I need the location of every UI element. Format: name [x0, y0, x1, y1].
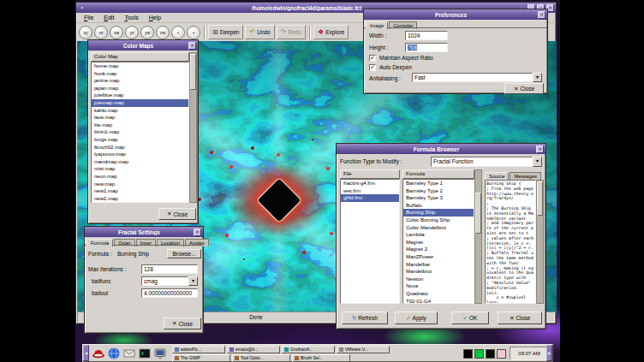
rotate-zw-button[interactable]: zw [156, 26, 170, 39]
formula-item[interactable]: T02-01-G4 [403, 298, 474, 305]
function-type-dropdown[interactable]: Fractal Function ▾ [431, 157, 542, 167]
workspace-swatch[interactable] [497, 349, 506, 359]
formula-item-selected[interactable]: Burning Ship [403, 209, 474, 217]
chevron-down-icon[interactable]: ▾ [533, 73, 542, 82]
settings-titlebar[interactable]: Fractal Settings ✕ [85, 227, 203, 237]
taskbar-task-gimp[interactable]: The GIMP [172, 354, 230, 362]
colormap-item[interactable]: lyapunov.map [92, 151, 188, 158]
maintain-aspect-checkbox[interactable]: ✓ [369, 55, 376, 62]
rotate-xw-button[interactable]: xw [110, 26, 123, 39]
formula-item[interactable]: ManZPower [403, 253, 474, 261]
taskbar-task-emacs[interactable]: emacs@li... [227, 346, 280, 353]
workspace-swatch[interactable] [486, 349, 495, 359]
scrollbar-thumb[interactable] [475, 193, 481, 234]
deepen-button[interactable]: ⊞ Deepen [208, 25, 243, 39]
colormap-item[interactable]: kahki.map [92, 107, 188, 115]
file-item[interactable]: fractint-g4.frm [341, 180, 399, 187]
formula-item[interactable]: Barnsley Type 3 [403, 194, 474, 202]
colormaps-titlebar[interactable]: Color Maps ✕ [88, 40, 198, 50]
colormap-item[interactable]: janine.map [92, 77, 188, 85]
preferences-titlebar[interactable]: Preferences ✕ [364, 9, 547, 20]
rotate-yw-button[interactable]: yw [140, 26, 154, 39]
browser-titlebar[interactable]: Formula Browser ✕ [337, 144, 546, 154]
chevron-down-icon[interactable]: ▾ [533, 157, 542, 167]
colormap-scrollbar[interactable] [189, 52, 197, 203]
colormap-item[interactable]: new.map [92, 181, 188, 188]
formula-item[interactable]: Barnsley Type 1 [403, 180, 474, 187]
redo-button[interactable]: ↷ Redo [277, 25, 306, 39]
formula-item[interactable]: Barnsley Type 2 [403, 187, 474, 195]
tab-messages[interactable]: Messages [510, 172, 540, 180]
colormap-item[interactable]: home.map [92, 62, 188, 70]
colormap-item[interactable]: lite.map [92, 122, 188, 129]
ok-button[interactable]: ✓ OK [451, 312, 489, 324]
formula-item[interactable]: Cubic Mandelbrot [403, 224, 474, 232]
browser-close-button[interactable]: ✕ Close [498, 312, 542, 324]
antialias-dropdown[interactable]: Fast ▾ [412, 73, 542, 82]
colormap-item[interactable]: litnin1.map [92, 128, 188, 136]
scrollbar-thumb[interactable] [537, 181, 543, 216]
menu-file[interactable]: File [79, 15, 98, 21]
apply-button[interactable]: ✓ Apply [395, 312, 438, 324]
pan-xy-button[interactable]: + [171, 26, 185, 39]
taskbar-task-edwinpic[interactable]: edwinPic... [172, 346, 225, 353]
formula-item[interactable]: Mandelbrot [403, 268, 474, 276]
colormap-item[interactable]: longs.map [92, 136, 188, 144]
mail-icon[interactable] [122, 347, 136, 360]
formula-item[interactable]: Nova [403, 282, 474, 290]
menu-help[interactable]: Help [144, 15, 166, 21]
workspace-swatch[interactable] [474, 349, 484, 359]
formula-item[interactable]: Buffalo [403, 202, 474, 210]
undo-button[interactable]: ↶ Undo [245, 25, 274, 39]
menu-edit[interactable]: Edit [98, 15, 119, 21]
rotate-xz-button[interactable]: xz [94, 26, 108, 39]
rotate-xy-button[interactable]: xy [79, 26, 92, 39]
explore-button[interactable]: ❖ Explore [313, 25, 349, 39]
monitor-icon[interactable] [153, 347, 167, 360]
colormap-item[interactable]: juteblue.map [92, 92, 188, 99]
panel-hide-left-button[interactable]: ◀ [83, 345, 89, 361]
formula-item[interactable]: Lambda [403, 231, 474, 239]
pan-zw-button[interactable]: + [187, 26, 200, 39]
colormap-item[interactable]: hunk.map [92, 70, 188, 78]
colormap-item[interactable]: japan.map [92, 85, 188, 92]
file-item-selected[interactable]: gf4d.frm [341, 194, 399, 202]
colormap-item[interactable]: neon.map [92, 173, 188, 181]
bailfunc-dropdown[interactable]: cmag ▾ [141, 276, 198, 286]
window-menu-icon[interactable]: ▪ [78, 4, 86, 12]
formula-item[interactable]: Cubic Burning Ship [403, 217, 474, 224]
tab-image[interactable]: Image [366, 21, 388, 29]
formula-item[interactable]: Newton [403, 276, 474, 283]
preferences-close-button[interactable]: ✕ Close [504, 83, 544, 94]
colormap-item[interactable]: lace.map [92, 114, 188, 122]
refresh-button[interactable]: ↻ Refresh [342, 312, 388, 324]
height-field[interactable]: 768 [405, 43, 448, 52]
taskbar-task-tool-options[interactable]: Tool Optio... [232, 354, 290, 362]
colormap-item[interactable]: mist.map [92, 165, 188, 173]
rotate-yz-button[interactable]: yz [125, 26, 139, 39]
formula-item[interactable]: Mandelbar [403, 261, 474, 269]
colormap-list-header[interactable]: Color Map [91, 52, 189, 62]
browse-button[interactable]: Browse... [167, 249, 201, 258]
source-scrollbar[interactable] [536, 180, 544, 304]
source-view[interactable]: Burning Ship { ; From the web page http:… [485, 180, 536, 304]
colormap-item-selected[interactable]: jutemap.map [92, 99, 188, 107]
colormaps-close-button[interactable]: ✕ Close [158, 208, 196, 220]
colormap-item[interactable]: lkmch02.map [92, 144, 188, 151]
close-icon[interactable]: ✕ [188, 42, 196, 50]
bailout-field[interactable]: 4.00000000000000 [141, 288, 198, 298]
colormap-item[interactable]: new1.map [92, 187, 188, 195]
taskbar-task-vmware[interactable]: VMware V... [337, 346, 390, 353]
formula-item[interactable]: Magnet 2 [403, 246, 474, 253]
web-browser-globe-icon[interactable] [107, 347, 121, 360]
colormap-item[interactable]: mandmap.map [92, 158, 188, 166]
scrollbar-thumb[interactable] [190, 54, 196, 90]
close-icon[interactable]: ✕ [536, 145, 544, 153]
max-iterations-field[interactable]: 128 [141, 264, 198, 274]
close-icon[interactable]: ✕ [538, 11, 546, 19]
auto-deepen-checkbox[interactable]: ✓ [369, 64, 376, 71]
file-list-header[interactable]: File [340, 169, 400, 179]
tab-formula[interactable]: Formula [86, 239, 113, 246]
formula-item[interactable]: Quadratic [403, 290, 474, 298]
chevron-down-icon[interactable]: ▾ [188, 276, 198, 286]
